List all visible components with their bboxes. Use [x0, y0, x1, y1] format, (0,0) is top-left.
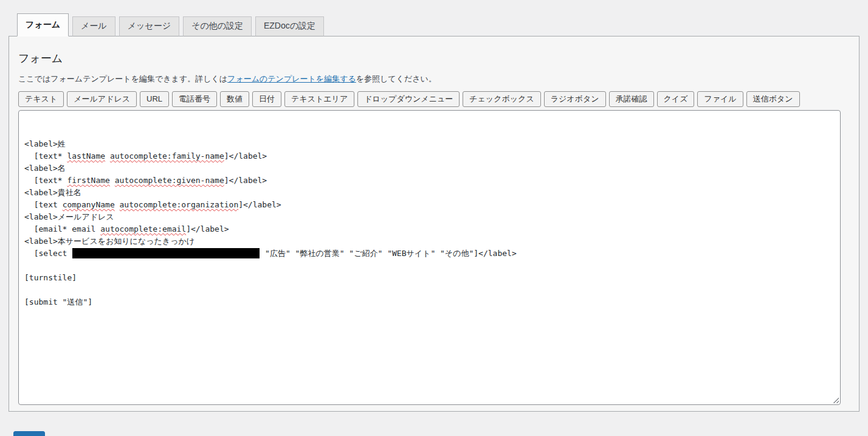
misspelled-token: autocomplete:email	[100, 224, 186, 234]
code-token: "広告" "弊社の営業" "ご紹介" "WEBサイト" "その他"]</labe…	[260, 249, 516, 258]
form-template-code: <label>姓 [text* lastName autocomplete:fa…	[24, 138, 835, 308]
tag-button-text[interactable]: テキスト	[18, 91, 64, 107]
misspelled-token: autocomplete:given-name	[115, 176, 224, 185]
code-line: [select "広告" "弊社の営業" "ご紹介" "WEBサイト" "その他…	[24, 247, 835, 260]
code-token: <label>名	[24, 164, 66, 173]
tab-form[interactable]: フォーム	[17, 13, 69, 36]
form-panel: フォーム ここではフォームテンプレートを編集できます。詳しくはフォームのテンプレ…	[9, 36, 859, 412]
textarea-resize-handle[interactable]	[832, 396, 839, 403]
tag-button-checkbox[interactable]: チェックボックス	[463, 91, 540, 107]
code-token: [text*	[24, 176, 67, 185]
tag-button-quiz[interactable]: クイズ	[657, 91, 695, 107]
code-token: <label>貴社名	[24, 188, 81, 197]
code-line: [turnstile]	[24, 272, 835, 284]
code-token: ]</label>	[224, 176, 267, 185]
tag-generator-buttons: テキストメールアドレスURL電話番号数値日付テキストエリアドロップダウンメニュー…	[18, 91, 850, 107]
redacted-content	[72, 248, 260, 258]
tag-button-submit[interactable]: 送信ボタン	[746, 91, 800, 107]
code-token: [email* email	[24, 224, 100, 234]
code-token	[115, 200, 120, 209]
tag-button-file[interactable]: ファイル	[697, 91, 743, 107]
code-token: <label>メールアドレス	[24, 212, 114, 221]
code-line: <label>メールアドレス	[24, 211, 835, 223]
tab-additional-settings[interactable]: その他の設定	[183, 16, 252, 36]
edit-form-template-link[interactable]: フォームのテンプレートを編集する	[227, 74, 356, 83]
code-token: [turnstile]	[24, 273, 77, 282]
description-text-before: ここではフォームテンプレートを編集できます。詳しくは	[18, 74, 227, 83]
tag-button-email-address[interactable]: メールアドレス	[67, 91, 137, 107]
tag-button-dropdown-menu[interactable]: ドロップダウンメニュー	[357, 91, 460, 107]
code-line: [submit "送信"]	[24, 296, 835, 308]
code-line: <label>名	[24, 162, 835, 175]
code-token: <label>姓	[24, 139, 66, 148]
code-line: [text* firstName autocomplete:given-name…	[24, 175, 835, 187]
tag-button-tel[interactable]: 電話番号	[172, 91, 217, 107]
code-token: [select	[24, 249, 72, 258]
editor-tab-bar: フォームメールメッセージその他の設定EZDocの設定	[9, 13, 859, 36]
misspelled-token: autocomplete:family-name	[110, 151, 224, 161]
tag-button-textarea[interactable]: テキストエリア	[284, 91, 354, 107]
tab-mail[interactable]: メール	[72, 16, 115, 36]
code-line: [text* lastName autocomplete:family-name…	[24, 150, 835, 162]
save-button[interactable]: 保存	[13, 431, 45, 436]
misspelled-token: lastName	[67, 151, 105, 161]
misspelled-token: autocomplete:organization	[120, 200, 239, 209]
description-text-after: を参照してください。	[356, 74, 436, 83]
tag-button-radio[interactable]: ラジオボタン	[544, 91, 606, 107]
code-line: [text companyName autocomplete:organizat…	[24, 199, 835, 211]
code-line: <label>本サービスをお知りになったきっかけ	[24, 235, 835, 247]
code-token: <label>本サービスをお知りになったきっかけ	[24, 237, 195, 246]
tag-button-date[interactable]: 日付	[252, 91, 281, 107]
code-token: [text*	[24, 151, 67, 161]
panel-title: フォーム	[18, 51, 850, 66]
code-token	[110, 176, 115, 185]
code-line	[24, 260, 835, 272]
code-line: <label>姓	[24, 138, 835, 150]
tab-ezdoc-settings[interactable]: EZDocの設定	[255, 16, 324, 36]
tab-messages[interactable]: メッセージ	[119, 16, 179, 36]
code-token: [submit "送信"]	[24, 297, 92, 306]
code-token: ]</label>	[238, 200, 281, 209]
code-token: ]</label>	[224, 151, 267, 161]
code-token	[105, 151, 110, 161]
misspelled-token: firstName	[67, 176, 109, 185]
misspelled-token: companyName	[63, 200, 115, 209]
code-token: ]</label>	[186, 224, 229, 234]
form-template-editor[interactable]: <label>姓 [text* lastName autocomplete:fa…	[18, 110, 841, 405]
tag-button-number[interactable]: 数値	[220, 91, 249, 107]
code-line	[24, 284, 835, 296]
code-line: [email* email autocomplete:email]</label…	[24, 223, 835, 235]
panel-description: ここではフォームテンプレートを編集できます。詳しくはフォームのテンプレートを編集…	[18, 74, 850, 85]
code-token: [text	[24, 200, 63, 209]
code-line: <label>貴社名	[24, 187, 835, 199]
tag-button-acceptance[interactable]: 承諾確認	[609, 91, 654, 107]
tag-button-url[interactable]: URL	[140, 91, 169, 107]
